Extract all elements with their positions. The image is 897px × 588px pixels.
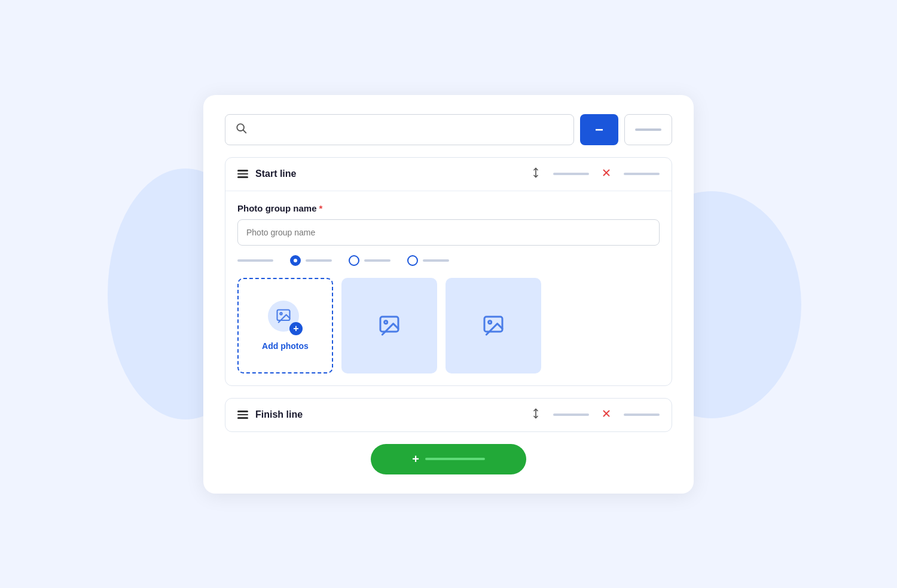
main-card: − Start line (203, 95, 694, 494)
sort-icon[interactable] (530, 167, 541, 180)
add-photo-icon-wrapper: + (268, 301, 303, 335)
finish-sort-icon[interactable] (530, 408, 541, 421)
radio-row (237, 255, 660, 266)
radio-3[interactable] (407, 255, 418, 266)
svg-point-10 (489, 320, 492, 323)
start-line-header: Start line (225, 158, 672, 191)
radio-item-2[interactable] (349, 255, 390, 266)
toolbar-action-button[interactable] (624, 114, 672, 145)
header-line-1 (553, 173, 589, 175)
start-line-body: Photo group name* (225, 191, 672, 385)
add-photos-button[interactable]: + Add photos (237, 278, 333, 373)
radio-item-1[interactable] (290, 255, 332, 266)
radio-1[interactable] (290, 255, 301, 266)
finish-line-section: Finish line (225, 398, 672, 432)
radio-pre-line-1 (237, 259, 273, 262)
finish-line-title: Finish line (255, 409, 523, 420)
radio-label-3 (423, 259, 449, 262)
minus-button[interactable]: − (580, 114, 618, 145)
delete-finish-line-button[interactable] (601, 408, 612, 422)
add-photos-label: Add photos (262, 341, 309, 351)
action-line (635, 128, 661, 131)
finish-header-line-1 (553, 414, 589, 416)
minus-icon: − (595, 122, 603, 137)
svg-rect-7 (380, 317, 398, 332)
radio-label-2 (364, 259, 390, 262)
add-section-plus-icon: + (412, 452, 419, 466)
add-section-button[interactable]: + (371, 444, 526, 474)
start-line-title: Start line (255, 169, 523, 179)
start-line-section: Start line (225, 157, 672, 386)
radio-item-3[interactable] (407, 255, 449, 266)
page-container: − Start line (179, 37, 718, 551)
search-icon (235, 122, 247, 137)
required-star: * (319, 203, 323, 213)
photo-group-name-input[interactable] (237, 219, 660, 246)
photo-group-name-label: Photo group name* (237, 203, 660, 213)
finish-drag-handle-icon[interactable] (237, 411, 248, 419)
search-input-wrapper[interactable] (225, 114, 574, 145)
drag-handle-icon[interactable] (237, 170, 248, 178)
radio-label-1 (306, 259, 332, 262)
svg-point-8 (385, 320, 388, 323)
add-section-line (425, 458, 485, 460)
finish-header-line-2 (624, 414, 660, 416)
photo-placeholder-2[interactable] (446, 278, 541, 373)
header-line-2 (624, 173, 660, 175)
svg-point-6 (280, 313, 282, 315)
search-input[interactable] (252, 124, 564, 134)
svg-rect-5 (277, 310, 290, 320)
finish-line-header: Finish line (225, 399, 672, 431)
photos-grid: + Add photos (237, 278, 660, 373)
svg-line-1 (243, 130, 246, 133)
delete-start-line-button[interactable] (601, 167, 612, 181)
svg-rect-9 (484, 317, 502, 332)
photo-placeholder-1[interactable] (341, 278, 437, 373)
plus-badge: + (289, 322, 303, 335)
search-row: − (225, 114, 672, 145)
add-section-row: + (225, 444, 672, 474)
radio-2[interactable] (349, 255, 359, 266)
